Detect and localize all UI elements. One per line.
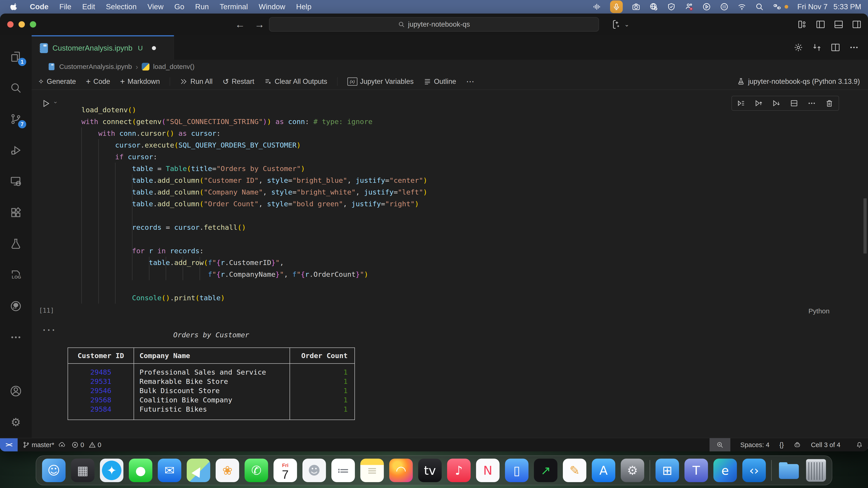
settings-button[interactable]: ⚙ <box>0 407 32 438</box>
dock-downloads-folder-icon[interactable] <box>777 459 801 482</box>
split-editor-icon[interactable] <box>831 42 840 53</box>
dock-vscode-icon[interactable]: ‹› <box>742 459 766 482</box>
maximize-window-button[interactable] <box>30 21 36 28</box>
breadcrumb-symbol[interactable]: load_dotenv() <box>153 63 194 70</box>
dock-music-icon[interactable]: ♪ <box>447 459 471 482</box>
dock-pages-icon[interactable]: ✎ <box>563 459 586 482</box>
microphone-indicator-icon[interactable] <box>610 0 623 13</box>
dock-photos-icon[interactable]: ❀ <box>216 459 239 482</box>
dock-facetime-icon[interactable]: ✆ <box>245 459 268 482</box>
play-circle-icon[interactable] <box>702 2 711 11</box>
scrollbar-thumb[interactable] <box>864 198 867 254</box>
code-line[interactable]: records = cursor.fetchall() <box>81 221 428 233</box>
toolbar-more-button[interactable] <box>466 77 475 86</box>
code-line[interactable]: with conn.cursor() as cursor: <box>81 127 428 139</box>
sidebar-item-testing[interactable] <box>0 228 32 259</box>
dock-launchpad-icon[interactable]: ▦ <box>71 459 94 482</box>
dock-edge-icon[interactable]: e <box>713 459 737 482</box>
compare-changes-icon[interactable] <box>812 42 822 53</box>
toggle-panel-icon[interactable] <box>834 20 844 29</box>
code-line[interactable]: table.add_column("Company Name", style="… <box>81 186 428 198</box>
accounts-button[interactable] <box>0 376 32 407</box>
navigate-back-button[interactable]: ← <box>235 19 245 30</box>
control-center-icon[interactable] <box>773 2 781 11</box>
menu-item-terminal[interactable]: Terminal <box>220 2 248 11</box>
menu-item-window[interactable]: Window <box>259 2 285 11</box>
menu-item-go[interactable]: Go <box>174 2 184 11</box>
code-line[interactable]: cursor.execute(SQL_QUERY_ORDERS_BY_CUSTO… <box>81 139 428 151</box>
remote-indicator[interactable]: >< <box>0 438 18 451</box>
sidebar-item-github[interactable] <box>0 291 32 322</box>
zoom-status-item[interactable] <box>710 438 730 451</box>
dock-notes-icon[interactable]: ≡ <box>360 459 384 482</box>
code-line[interactable]: f"{r.CompanyName}", f"{r.OrderCount}") <box>81 268 428 280</box>
restart-kernel-button[interactable]: Restart <box>222 77 254 86</box>
add-markdown-cell-button[interactable]: Markdown <box>120 77 160 86</box>
customize-layout-icon[interactable] <box>798 20 807 29</box>
navigate-forward-button[interactable]: → <box>254 19 265 30</box>
kernel-picker[interactable]: jupyter-notebook-qs (Python 3.13.9) <box>737 77 860 86</box>
code-line[interactable] <box>81 233 428 245</box>
dock-tv-icon[interactable]: tv <box>418 459 442 482</box>
menu-item-run[interactable]: Run <box>195 2 209 11</box>
spotlight-search-icon[interactable] <box>755 2 764 11</box>
menu-item-file[interactable]: File <box>59 2 71 11</box>
apple-menu-icon[interactable] <box>10 2 19 12</box>
menu-item-help[interactable]: Help <box>296 2 311 11</box>
problems-item[interactable]: 0 0 <box>71 441 101 449</box>
add-code-cell-button[interactable]: Code <box>86 77 110 86</box>
code-line[interactable]: Console().print(table) <box>81 292 428 304</box>
sidebar-item-source-control[interactable]: 7 <box>0 103 32 135</box>
shield-check-icon[interactable] <box>667 2 676 11</box>
generate-button[interactable]: Generate <box>38 77 76 86</box>
dock-iphone-mirroring-icon[interactable]: ▯ <box>505 459 528 482</box>
dock-maps-icon[interactable]: ▲ <box>187 459 210 482</box>
cell-language-picker[interactable]: Python <box>809 307 830 315</box>
menu-item-view[interactable]: View <box>147 2 163 11</box>
code-line[interactable]: with connect(getenv("SQL_CONNECTION_STRI… <box>81 116 428 127</box>
outline-button[interactable]: Outline <box>424 77 456 86</box>
jupyter-variables-button[interactable]: Jupyter Variables <box>347 77 414 86</box>
dock-news-icon[interactable]: N <box>476 459 500 482</box>
dock-windows-app-icon[interactable]: ⊞ <box>655 459 679 482</box>
code-line[interactable]: table.add_column("Order Count", style="b… <box>81 198 428 210</box>
copilot-status-icon[interactable] <box>794 441 801 449</box>
minimize-window-button[interactable] <box>19 21 25 28</box>
sidebar-item-output-log[interactable]: LOG <box>0 259 32 291</box>
dots-circle-icon[interactable] <box>720 2 728 11</box>
sidebar-item-run-debug[interactable] <box>0 135 32 166</box>
menu-app-name[interactable]: Code <box>30 2 49 11</box>
menu-item-selection[interactable]: Selection <box>106 2 137 11</box>
globe-check-icon[interactable] <box>649 2 658 11</box>
unsaved-dot-icon[interactable] <box>152 46 156 50</box>
code-line[interactable]: table.add_column("Customer ID", style="b… <box>81 174 428 186</box>
more-actions-icon[interactable] <box>849 42 859 53</box>
toggle-secondary-sidebar-icon[interactable] <box>852 20 862 29</box>
dock-calendar-icon[interactable]: Fri7 <box>274 459 297 482</box>
language-braces-item[interactable]: {} <box>779 441 784 449</box>
dock-reminders-icon[interactable]: ≔ <box>331 459 355 482</box>
sidebar-item-explorer[interactable]: 1 <box>0 41 32 72</box>
dock-trash-icon[interactable] <box>806 459 826 482</box>
wifi-icon[interactable] <box>738 2 746 11</box>
audio-waveform-icon[interactable] <box>592 2 601 11</box>
code-line[interactable] <box>81 280 428 292</box>
camera-icon[interactable] <box>632 2 640 11</box>
sidebar-item-more[interactable] <box>0 322 32 353</box>
toggle-primary-sidebar-icon[interactable] <box>815 20 826 29</box>
sidebar-item-extensions[interactable] <box>0 197 32 228</box>
code-line[interactable]: if cursor: <box>81 151 428 163</box>
dock-finder-icon[interactable]: ☺ <box>42 459 66 482</box>
code-line[interactable] <box>81 210 428 221</box>
code-line[interactable]: load_dotenv() <box>81 104 428 116</box>
dock-safari-icon[interactable]: ✦ <box>100 459 123 482</box>
dock-system-settings-icon[interactable]: ⚙ <box>621 459 644 482</box>
dock-stocks-icon[interactable]: ↗ <box>534 459 557 482</box>
menu-item-edit[interactable]: Edit <box>82 2 95 11</box>
dock-app-store-icon[interactable]: A <box>592 459 615 482</box>
breadcrumb-file[interactable]: CustomerAnalysis.ipynb <box>59 63 132 70</box>
dock-mail-icon[interactable]: ✉ <box>158 459 181 482</box>
git-branch-item[interactable]: master* <box>23 441 66 449</box>
sidebar-item-search[interactable] <box>0 72 32 103</box>
menubar-clock[interactable]: Fri Nov 7 5:33 PM <box>797 2 861 11</box>
